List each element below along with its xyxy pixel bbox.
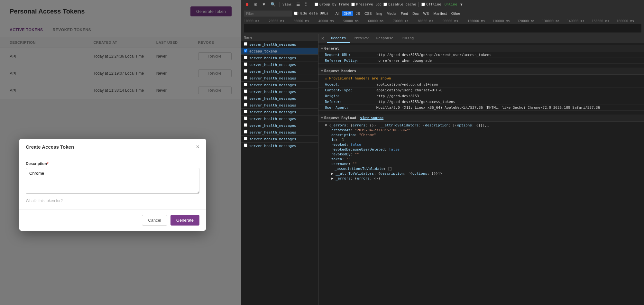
search-button[interactable]: 🔍 [269,1,277,7]
item-name-9: server_health_messages [249,103,316,107]
item-checkbox-4[interactable] [244,69,247,73]
separator3 [419,2,419,7]
item-checkbox-6[interactable] [244,83,247,86]
item-checkbox-11[interactable] [244,116,247,120]
filter-js[interactable]: JS [354,11,362,16]
preserve-log-checkbox[interactable] [351,3,355,6]
list-item[interactable]: server_health_messages [241,95,318,102]
filter-all[interactable]: All [334,11,341,16]
general-section: ▼ General Request URL: http://gocd-dev:8… [318,43,644,66]
disable-cache-label[interactable]: Disable cache [388,2,416,6]
record-button[interactable]: ⏺ [244,1,251,7]
filter-manifest[interactable]: Manifest [431,11,449,16]
list-item[interactable]: server_health_messages [241,88,318,95]
filter-ws[interactable]: WS [421,11,431,16]
referrer-policy-label: Referrer Policy: [325,59,376,63]
item-checkbox[interactable] [244,42,247,46]
separator [280,2,280,7]
list-item[interactable]: server_health_messages [241,109,318,116]
list-item[interactable]: server_health_messages [241,75,318,82]
list-item-selected[interactable]: access_tokens [241,48,318,55]
list-view-button[interactable]: ☰ [295,1,301,7]
item-checkbox-10[interactable] [244,110,247,113]
description-textarea[interactable]: Chrome [26,168,199,194]
type-filter-bar: All XHR JS CSS Img Media Font Doc WS Man… [334,11,462,16]
list-item[interactable]: server_health_messages [241,61,318,68]
list-item[interactable]: server_health_messages [241,82,318,88]
tab-timing[interactable]: Timing [397,34,418,43]
item-checkbox-14[interactable] [244,137,247,140]
tl-label-7: 80000 ms [418,19,443,23]
item-checkbox-12[interactable] [244,123,247,127]
hide-data-urls-checkbox[interactable] [294,12,298,15]
filter-other[interactable]: Other [449,11,462,16]
list-item[interactable]: server_health_messages [241,55,318,61]
payload-line-4: revoked: false [325,142,641,147]
filter-xhr[interactable]: XHR [342,11,353,16]
tl-label-11: 120000 ms [517,19,542,23]
item-name-15: server_health_messages [249,144,316,148]
item-checkbox-8[interactable] [244,96,247,100]
clear-button[interactable]: ⊘ [253,1,259,7]
offline-checkbox[interactable] [421,3,425,6]
filter-img[interactable]: Img [374,11,384,16]
preserve-log-label[interactable]: Preserve log [356,2,382,6]
item-checkbox-9[interactable] [244,103,247,106]
item-checkbox-2[interactable] [244,56,247,59]
request-headers-section-header[interactable]: ▼ Request Headers [318,68,644,75]
scatter-view-button[interactable]: ⠿ [303,1,309,7]
list-item[interactable]: server_health_messages [241,116,318,122]
item-checkbox-5[interactable] [244,76,247,79]
request-payload-section-header[interactable]: ▼ Request Payload view source [318,115,644,122]
generate-button[interactable]: Generate [170,215,199,226]
modal-close-button[interactable]: × [196,144,199,150]
content-type-row: Content-Type: application/json; charset=… [318,88,644,93]
group-by-frame-label[interactable]: Group by frame [319,2,349,6]
tab-headers[interactable]: Headers [327,34,350,43]
close-details-button[interactable]: ✕ [318,34,327,43]
origin-value: http://gocd-dev:8153 [376,94,419,98]
item-checkbox-7[interactable] [244,89,247,93]
modal-overlay: Create Access Token × Description* Chrom… [0,0,241,305]
accept-value: application/vnd.go.cd.v1+json [376,82,438,87]
item-checkbox-15[interactable] [244,143,247,147]
payload-line-10[interactable]: ▶ __attrToValidators: {description: [{op… [325,171,641,176]
item-checkbox-selected[interactable] [244,49,247,52]
list-item[interactable]: server_health_messages [241,136,318,143]
view-label: View: [282,2,293,6]
item-name-10: server_health_messages [249,110,316,114]
list-item[interactable]: server_health_messages [241,143,318,149]
list-item[interactable]: server_health_messages [241,129,318,136]
cancel-button[interactable]: Cancel [142,215,167,226]
filter-font[interactable]: Font [399,11,410,16]
filter-doc[interactable]: Doc [410,11,421,16]
offline-label[interactable]: Offline [426,2,441,6]
view-source-link[interactable]: view source [360,116,383,120]
tab-response[interactable]: Response [373,34,397,43]
item-checkbox-13[interactable] [244,130,247,134]
list-item[interactable]: server_health_messages [241,122,318,129]
tl-label-4: 50000 ms [343,19,368,23]
group-by-frame-toggle: Group by frame [315,2,349,6]
filter-icon-button[interactable]: ▼ [261,1,267,7]
filter-css[interactable]: CSS [363,11,374,16]
group-by-frame-checkbox[interactable] [315,3,318,6]
modal-title: Create Access Token [26,144,74,150]
tl-label-3: 40000 ms [318,19,343,23]
devtools-panel: ⏺ ⊘ ▼ 🔍 View: ☰ ⠿ Group by frame Preserv… [241,0,644,305]
item-checkbox-3[interactable] [244,62,247,66]
payload-line-11[interactable]: ▶ _errors: {errors: {}} [325,176,641,181]
list-item[interactable]: server_health_messages [241,68,318,75]
item-name-6: server_health_messages [249,83,316,87]
more-button[interactable]: ▾ [459,1,464,7]
disable-cache-checkbox[interactable] [383,3,387,6]
hide-data-urls-label[interactable]: Hide data URLs [299,11,328,15]
devtools-main: Name server_health_messages access_token… [241,34,644,305]
filter-media[interactable]: Media [385,11,398,16]
list-item[interactable]: server_health_messages [241,102,318,109]
general-section-header[interactable]: ▼ General [318,45,644,52]
filter-input[interactable] [244,11,292,16]
payload-line-3: id: -1 [325,137,641,142]
tab-preview[interactable]: Preview [350,34,372,43]
list-item[interactable]: server_health_messages [241,41,318,48]
